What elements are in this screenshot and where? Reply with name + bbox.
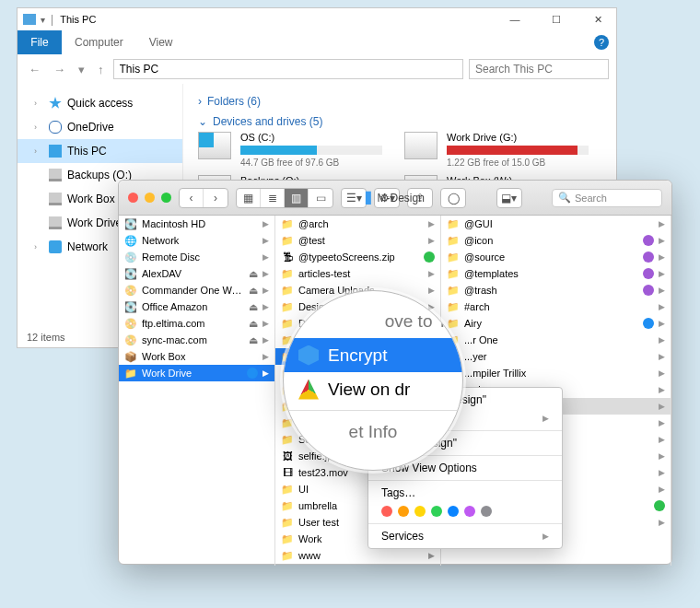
- lens-row-encrypt[interactable]: Encrypt: [284, 338, 462, 372]
- sidebar-item[interactable]: ›Quick access: [18, 91, 182, 115]
- list-item[interactable]: 💽AlexDAV⏏▶: [119, 265, 274, 282]
- drive-item[interactable]: Work Drive (G:) 1.22 GB free of 15.0 GB: [404, 132, 589, 168]
- zoom-button[interactable]: [161, 193, 171, 203]
- icon-view-button[interactable]: ▦: [237, 189, 261, 207]
- minimize-button[interactable]: [145, 193, 155, 203]
- list-item[interactable]: 📁@GUI▶: [441, 216, 671, 232]
- list-item[interactable]: 📁@source▶: [441, 249, 671, 265]
- column-view-button[interactable]: ▥: [285, 189, 309, 207]
- close-button[interactable]: [128, 193, 138, 203]
- gallery-view-button[interactable]: ▭: [309, 189, 332, 207]
- item-icon: 📀: [124, 334, 137, 346]
- minimize-button[interactable]: —: [496, 8, 533, 30]
- share-button[interactable]: ⇪: [408, 189, 432, 207]
- list-item[interactable]: 📁#arch▶: [441, 298, 671, 315]
- list-item[interactable]: 📁@icon▶: [441, 232, 671, 249]
- list-item[interactable]: 📦Work Box▶: [119, 348, 274, 365]
- sidebar-item[interactable]: ›OneDrive: [18, 115, 182, 139]
- recent-button[interactable]: ▾: [75, 63, 88, 76]
- item-name: Work Drive: [142, 368, 242, 379]
- search-field[interactable]: 🔍Search: [552, 189, 662, 207]
- chevron-right-icon: ▶: [262, 269, 269, 278]
- eject-icon[interactable]: ⏏: [249, 268, 258, 280]
- item-icon: 📁: [447, 235, 460, 247]
- list-item[interactable]: 📁...r One▶: [441, 332, 671, 348]
- item-name: ftp.eltima.com: [142, 318, 244, 329]
- tab-file[interactable]: File: [18, 30, 62, 54]
- tab-view[interactable]: View: [136, 36, 186, 49]
- close-button[interactable]: ✕: [579, 8, 616, 30]
- maximize-button[interactable]: ☐: [538, 8, 575, 30]
- sync-badge-icon: [654, 500, 665, 511]
- list-item[interactable]: 🗜@typeetoScreens.zip: [275, 249, 440, 265]
- item-name: Macintosh HD: [142, 218, 258, 229]
- tags-button[interactable]: ◯: [441, 189, 465, 207]
- path-input[interactable]: [113, 59, 464, 79]
- list-item[interactable]: 📁...mpiler Trillix▶: [441, 365, 671, 381]
- item-name: sync-mac.com: [142, 334, 244, 345]
- item-icon: 📁: [447, 218, 460, 230]
- list-item[interactable]: 📁@templates▶: [441, 265, 671, 282]
- chevron-right-icon: ▶: [428, 269, 435, 278]
- chevron-down-icon[interactable]: ▾: [41, 15, 45, 25]
- list-item[interactable]: 📀sync-mac.com⏏▶: [119, 332, 274, 348]
- sidebar-item[interactable]: ›This PC: [18, 139, 182, 163]
- list-item[interactable]: 💽Macintosh HD▶: [119, 216, 274, 232]
- titlebar[interactable]: ▾ │ This PC — ☐ ✕: [18, 8, 616, 30]
- list-item[interactable]: 📁Work Drive▶: [119, 365, 274, 381]
- lens-row-get-info[interactable]: et Info: [284, 415, 462, 449]
- list-item[interactable]: 💽Office Amazon⏏▶: [119, 298, 274, 315]
- tag-color[interactable]: [464, 506, 475, 517]
- item-name: ...mpiler Trillix: [464, 368, 654, 379]
- back-button[interactable]: ←: [25, 63, 44, 76]
- list-item[interactable]: 📁@test▶: [275, 232, 440, 249]
- list-item[interactable]: 📁@trash▶: [441, 282, 671, 298]
- tag-color[interactable]: [448, 506, 459, 517]
- arrange-button[interactable]: ☰▾: [342, 189, 366, 207]
- chevron-right-icon: ▶: [659, 402, 665, 411]
- chevron-right-icon: ▶: [428, 219, 435, 228]
- list-item[interactable]: 📁...yer▶: [441, 348, 671, 365]
- tag-color[interactable]: [431, 506, 442, 517]
- dropbox-button[interactable]: ⬓▾: [497, 189, 521, 207]
- list-item[interactable]: 📁@arch▶: [275, 216, 440, 232]
- chevron-right-icon: ▶: [659, 269, 665, 278]
- lens-row-view-on-drive[interactable]: View on dr: [284, 372, 462, 406]
- chevron-right-icon: ▶: [262, 302, 269, 311]
- list-item[interactable]: 🌐Network▶: [119, 232, 274, 249]
- eject-icon[interactable]: ⏏: [249, 285, 258, 297]
- list-item[interactable]: 📁Airy▶: [441, 315, 671, 332]
- drive-icon: [49, 169, 62, 181]
- list-item[interactable]: 📀Commander One Work⏏▶: [119, 282, 274, 298]
- net-icon: [49, 240, 62, 253]
- eject-icon[interactable]: ⏏: [249, 334, 258, 346]
- up-button[interactable]: ↑: [94, 63, 108, 76]
- tab-computer[interactable]: Computer: [62, 36, 136, 49]
- tag-color[interactable]: [398, 506, 409, 517]
- action-button[interactable]: ⚙▾: [375, 189, 399, 207]
- folders-section-header[interactable]: ›Folders (6): [198, 91, 601, 111]
- help-button[interactable]: ?: [594, 35, 609, 50]
- item-icon: 💽: [124, 218, 137, 230]
- column-devices[interactable]: 💽Macintosh HD▶🌐Network▶💿Remote Disc▶💽Ale…: [119, 216, 275, 566]
- tag-color[interactable]: [481, 506, 492, 517]
- list-item[interactable]: 📀ftp.eltima.com⏏▶: [119, 315, 274, 332]
- forward-button[interactable]: →: [50, 63, 69, 76]
- list-item[interactable]: 📁www▶: [275, 547, 440, 564]
- menu-services[interactable]: Services▶: [368, 527, 562, 545]
- list-item[interactable]: 📁articles-test▶: [275, 265, 440, 282]
- eject-icon[interactable]: ⏏: [249, 301, 258, 313]
- tag-color[interactable]: [414, 506, 426, 517]
- view-buttons: ▦ ≣ ▥ ▭: [236, 188, 333, 208]
- search-input[interactable]: [469, 59, 609, 79]
- tag-color[interactable]: [381, 506, 392, 517]
- eject-icon[interactable]: ⏏: [249, 318, 258, 330]
- drive-item[interactable]: OS (C:) 44.7 GB free of 97.6 GB: [198, 132, 382, 168]
- list-view-button[interactable]: ≣: [261, 189, 285, 207]
- sync-badge-icon: [643, 235, 654, 246]
- back-button[interactable]: ‹: [180, 189, 204, 207]
- forward-button[interactable]: ›: [204, 189, 228, 207]
- list-item[interactable]: 💿Remote Disc▶: [119, 249, 274, 265]
- devices-section-header[interactable]: ⌄Devices and drives (5): [198, 111, 601, 132]
- item-icon: 📁: [281, 218, 294, 230]
